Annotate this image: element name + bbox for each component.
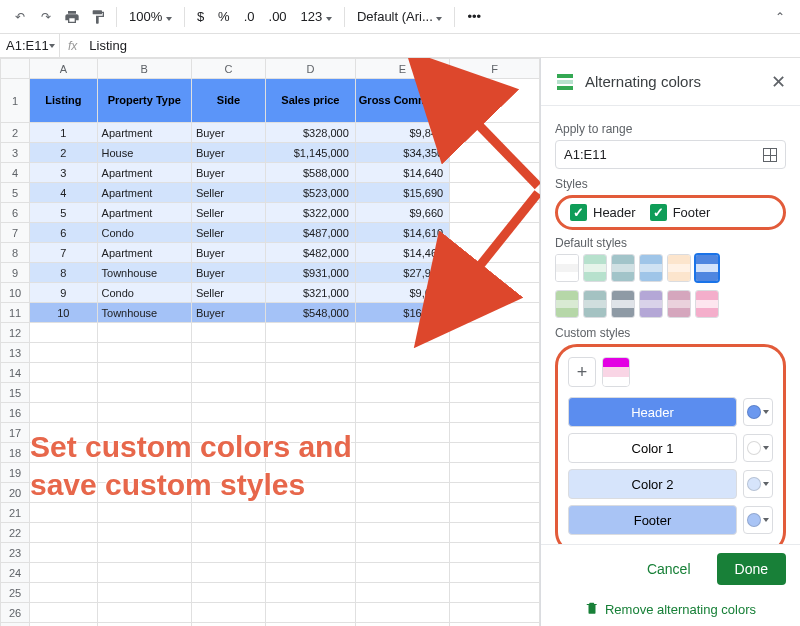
- sheet-area[interactable]: ABCDEF1ListingProperty TypeSideSales pri…: [0, 58, 540, 626]
- close-icon[interactable]: ✕: [771, 71, 786, 93]
- collapse-toolbar-icon[interactable]: ⌃: [768, 5, 792, 29]
- table-row[interactable]: 87ApartmentBuyer$482,000$14,460: [1, 243, 540, 263]
- column-header[interactable]: D: [265, 59, 355, 79]
- default-style-swatch[interactable]: [667, 254, 691, 282]
- row-header[interactable]: 14: [1, 363, 30, 383]
- alternating-colors-panel: Alternating colors ✕ Apply to range A1:E…: [540, 58, 800, 626]
- row-header[interactable]: 13: [1, 343, 30, 363]
- row-header[interactable]: 22: [1, 523, 30, 543]
- default-style-swatch[interactable]: [695, 254, 719, 282]
- color2-color-picker[interactable]: [743, 470, 773, 498]
- default-style-swatch[interactable]: [639, 254, 663, 282]
- svg-rect-2: [557, 74, 573, 78]
- default-style-swatch[interactable]: [583, 254, 607, 282]
- table-row[interactable]: 54ApartmentSeller$523,000$15,690: [1, 183, 540, 203]
- color1-color-picker[interactable]: [743, 434, 773, 462]
- row-header[interactable]: 23: [1, 543, 30, 563]
- table-row[interactable]: 109CondoSeller$321,000$9,630: [1, 283, 540, 303]
- table-row[interactable]: 43ApartmentBuyer$588,000$14,640: [1, 163, 540, 183]
- header-checkbox[interactable]: ✓Header: [570, 204, 636, 221]
- cancel-button[interactable]: Cancel: [629, 553, 709, 585]
- custom-style-swatch[interactable]: [602, 357, 630, 387]
- alternating-colors-icon: [555, 72, 575, 92]
- header-color-picker[interactable]: [743, 398, 773, 426]
- default-style-swatch[interactable]: [555, 254, 579, 282]
- table-row[interactable]: 65ApartmentSeller$322,000$9,660: [1, 203, 540, 223]
- table-row[interactable]: 32HouseBuyer$1,145,000$34,350: [1, 143, 540, 163]
- svg-rect-3: [557, 80, 573, 84]
- default-styles-label: Default styles: [555, 236, 786, 250]
- decrease-decimal[interactable]: .0: [238, 9, 261, 24]
- default-style-swatch[interactable]: [583, 290, 607, 318]
- row-header[interactable]: 15: [1, 383, 30, 403]
- table-row[interactable]: 98TownhouseBuyer$931,000$27,930: [1, 263, 540, 283]
- footer-checkbox[interactable]: ✓Footer: [650, 204, 711, 221]
- row-header[interactable]: 25: [1, 583, 30, 603]
- color1-color-pill: Color 1: [568, 433, 737, 463]
- trash-icon: [585, 601, 599, 618]
- table-row[interactable]: 76CondoSeller$487,000$14,610: [1, 223, 540, 243]
- select-range-icon[interactable]: [763, 148, 777, 162]
- paint-format-icon[interactable]: [86, 5, 110, 29]
- remove-alternating-colors[interactable]: Remove alternating colors: [541, 593, 800, 626]
- undo-icon[interactable]: ↶: [8, 5, 32, 29]
- add-custom-style-button[interactable]: +: [568, 357, 596, 387]
- default-style-swatch[interactable]: [611, 254, 635, 282]
- column-header[interactable]: C: [191, 59, 265, 79]
- fx-icon: fx: [60, 39, 85, 53]
- custom-styles-group: + Header Color 1 Color 2 Footer: [555, 344, 786, 544]
- column-header[interactable]: B: [97, 59, 191, 79]
- currency-format[interactable]: $: [191, 9, 210, 24]
- styles-label: Styles: [555, 177, 786, 191]
- default-style-swatch[interactable]: [611, 290, 635, 318]
- row-header[interactable]: 24: [1, 563, 30, 583]
- color2-color-pill: Color 2: [568, 469, 737, 499]
- range-input[interactable]: A1:E11: [555, 140, 786, 169]
- styles-checkbox-group: ✓Header ✓Footer: [555, 195, 786, 230]
- increase-decimal[interactable]: .00: [263, 9, 293, 24]
- name-box[interactable]: A1:E11: [0, 34, 60, 57]
- percent-format[interactable]: %: [212, 9, 236, 24]
- row-header[interactable]: 27: [1, 623, 30, 627]
- svg-rect-4: [557, 86, 573, 90]
- row-header[interactable]: 16: [1, 403, 30, 423]
- zoom-dropdown[interactable]: 100%: [123, 9, 178, 24]
- custom-styles-label: Custom styles: [555, 326, 786, 340]
- done-button[interactable]: Done: [717, 553, 786, 585]
- table-row[interactable]: 21ApartmentBuyer$328,000$9,840: [1, 123, 540, 143]
- default-style-swatch[interactable]: [695, 290, 719, 318]
- column-header[interactable]: A: [30, 59, 97, 79]
- toolbar: ↶ ↷ 100% $ % .0 .00 123 Default (Ari... …: [0, 0, 800, 34]
- row-header[interactable]: 21: [1, 503, 30, 523]
- default-style-swatch[interactable]: [555, 290, 579, 318]
- more-formats[interactable]: 123: [295, 9, 338, 24]
- redo-icon[interactable]: ↷: [34, 5, 58, 29]
- default-style-swatch[interactable]: [639, 290, 663, 318]
- row-header[interactable]: 18: [1, 443, 30, 463]
- footer-color-picker[interactable]: [743, 506, 773, 534]
- formula-bar: A1:E11 fx Listing: [0, 34, 800, 58]
- row-header[interactable]: 19: [1, 463, 30, 483]
- formula-input[interactable]: Listing: [85, 38, 131, 53]
- row-header[interactable]: 26: [1, 603, 30, 623]
- default-style-swatch[interactable]: [667, 290, 691, 318]
- table-row[interactable]: 1110TownhouseBuyer$548,000$16,440: [1, 303, 540, 323]
- apply-range-label: Apply to range: [555, 122, 786, 136]
- column-header[interactable]: F: [450, 59, 540, 79]
- row-header[interactable]: 1: [1, 79, 30, 123]
- print-icon[interactable]: [60, 5, 84, 29]
- font-dropdown[interactable]: Default (Ari...: [351, 9, 448, 24]
- toolbar-more[interactable]: •••: [461, 9, 487, 24]
- column-header[interactable]: E: [355, 59, 449, 79]
- header-color-pill: Header: [568, 397, 737, 427]
- row-header[interactable]: 20: [1, 483, 30, 503]
- row-header[interactable]: 17: [1, 423, 30, 443]
- footer-color-pill: Footer: [568, 505, 737, 535]
- row-header[interactable]: 12: [1, 323, 30, 343]
- panel-title: Alternating colors: [585, 73, 761, 90]
